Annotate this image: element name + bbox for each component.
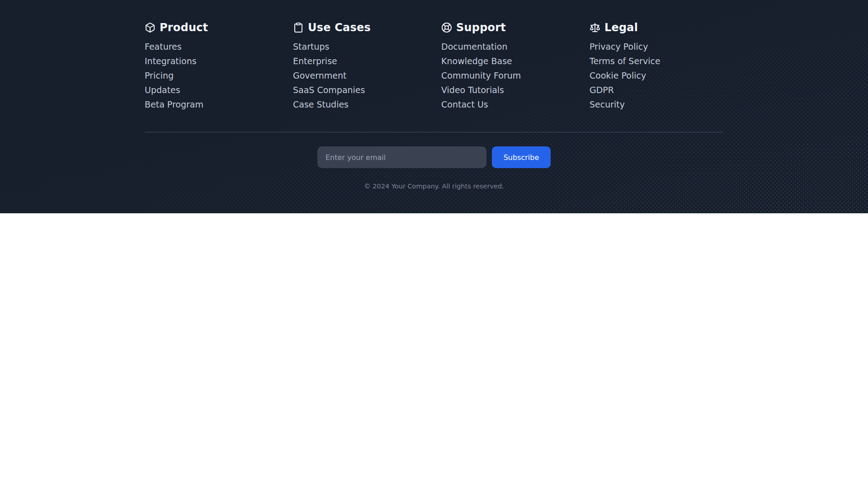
column-heading-use-cases: Use Cases [293,21,441,34]
column-heading-support: Support [441,21,590,34]
newsletter-form: Subscribe [145,146,723,168]
footer-column-legal: Legal Privacy Policy Terms of Service Co… [590,21,738,112]
footer-link-gdpr[interactable]: GDPR [590,83,738,97]
footer-divider [145,132,723,132]
footer-link-updates[interactable]: Updates [145,83,293,97]
column-heading-legal: Legal [590,21,738,34]
page-content-area [0,213,868,488]
footer-link-enterprise[interactable]: Enterprise [293,54,441,68]
column-title: Legal [604,21,638,34]
footer-columns: Product Features Integrations Pricing Up… [145,21,738,112]
column-links-support: Documentation Knowledge Base Community F… [441,39,590,112]
column-links-use-cases: Startups Enterprise Government SaaS Comp… [293,39,441,112]
column-heading-product: Product [145,21,293,34]
subscribe-button[interactable]: Subscribe [492,146,551,168]
footer-inner: Product Features Integrations Pricing Up… [145,0,723,190]
footer-link-government[interactable]: Government [293,68,441,83]
footer-link-pricing[interactable]: Pricing [145,68,293,83]
footer-column-support: Support Documentation Knowledge Base Com… [441,21,590,112]
footer-link-terms-of-service[interactable]: Terms of Service [590,54,738,68]
column-title: Support [456,21,506,34]
email-input[interactable] [317,146,486,168]
clipboard-icon [293,22,304,33]
footer-column-product: Product Features Integrations Pricing Up… [145,21,293,112]
scale-icon [590,22,600,33]
footer-link-saas-companies[interactable]: SaaS Companies [293,83,441,97]
column-links-legal: Privacy Policy Terms of Service Cookie P… [590,39,738,112]
cube-icon [145,22,156,33]
column-links-product: Features Integrations Pricing Updates Be… [145,39,293,112]
footer-column-use-cases: Use Cases Startups Enterprise Government… [293,21,441,112]
footer-link-knowledge-base[interactable]: Knowledge Base [441,54,590,68]
footer-link-documentation[interactable]: Documentation [441,39,590,54]
footer-link-contact-us[interactable]: Contact Us [441,97,590,112]
column-title: Product [160,21,208,34]
footer-link-privacy-policy[interactable]: Privacy Policy [590,39,738,54]
footer-link-case-studies[interactable]: Case Studies [293,97,441,112]
column-title: Use Cases [308,21,371,34]
copyright-text: © 2024 Your Company. All rights reserved… [145,183,723,190]
footer-link-integrations[interactable]: Integrations [145,54,293,68]
life-buoy-icon [441,22,452,33]
footer-link-features[interactable]: Features [145,39,293,54]
footer-link-startups[interactable]: Startups [293,39,441,54]
footer-link-cookie-policy[interactable]: Cookie Policy [590,68,738,83]
footer-link-community-forum[interactable]: Community Forum [441,68,590,83]
page-footer: Product Features Integrations Pricing Up… [0,0,868,213]
footer-link-beta-program[interactable]: Beta Program [145,97,293,112]
footer-link-security[interactable]: Security [590,97,738,112]
footer-link-video-tutorials[interactable]: Video Tutorials [441,83,590,97]
